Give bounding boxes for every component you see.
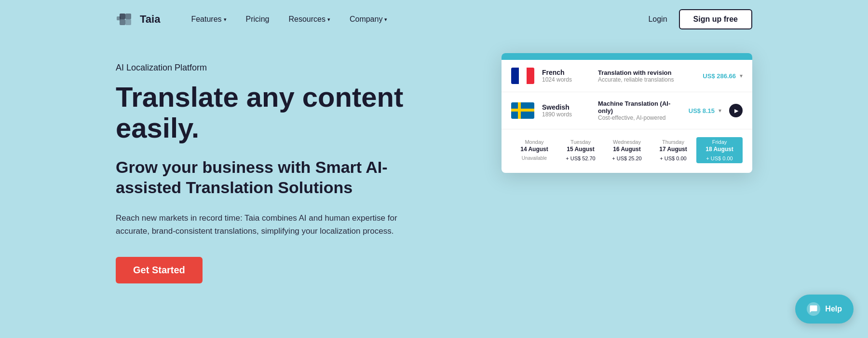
lang-name-swedish: Swedish xyxy=(542,103,590,111)
hero-section: AI Localization Platform Translate any c… xyxy=(0,39,868,338)
cal-day: Friday xyxy=(699,139,740,145)
cal-day: Wednesday xyxy=(607,139,647,145)
cal-col-monday[interactable]: Monday 14 August Unavailable xyxy=(511,137,557,163)
cal-date: 18 August xyxy=(699,146,740,153)
play-button[interactable]: ▶ xyxy=(729,104,743,117)
cal-date: 17 August xyxy=(653,146,693,153)
svg-rect-2 xyxy=(120,19,125,25)
chat-label: Help xyxy=(825,305,842,313)
lang-words-swedish: 1890 words xyxy=(542,111,590,118)
service-info-french: Translation with revision Accurate, reli… xyxy=(598,69,695,83)
svg-rect-4 xyxy=(117,16,121,20)
signup-button[interactable]: Sign up free xyxy=(679,9,752,29)
svg-rect-3 xyxy=(125,19,131,25)
calendar-grid: Monday 14 August Unavailable Tuesday 15 … xyxy=(511,137,743,163)
get-started-button[interactable]: Get Started xyxy=(116,257,203,283)
lang-info-french: French 1024 words xyxy=(542,69,590,83)
service-desc-swedish: Cost-effective, AI-powered xyxy=(598,114,681,121)
cal-col-thursday[interactable]: Thursday 17 August + US$ 0.00 xyxy=(650,137,696,163)
cal-price: + US$ 0.00 xyxy=(699,155,740,161)
logo-text: Taia xyxy=(140,13,160,26)
service-name-french: Translation with revision xyxy=(598,69,695,76)
cal-price: + US$ 0.00 xyxy=(653,155,693,161)
translation-row-swedish: Swedish 1890 words Machine Translation (… xyxy=(502,92,752,129)
chevron-down-icon: ▾ xyxy=(327,16,330,23)
ui-card-header xyxy=(502,53,752,60)
service-name-swedish: Machine Translation (AI-only) xyxy=(598,100,681,114)
nav-company[interactable]: Company ▾ xyxy=(342,11,395,28)
price-swedish: US$ 8.15 xyxy=(689,107,715,114)
cal-day: Monday xyxy=(514,139,555,145)
ui-card: French 1024 words Translation with revis… xyxy=(502,53,752,173)
flag-swedish xyxy=(511,102,534,119)
chevron-down-icon: ▾ xyxy=(224,16,227,23)
cal-date: 15 August xyxy=(560,146,601,153)
cal-date: 14 August xyxy=(514,146,555,153)
ui-card-body: French 1024 words Translation with revis… xyxy=(502,60,752,173)
cal-date: 16 August xyxy=(607,146,647,153)
nav-pricing[interactable]: Pricing xyxy=(238,11,277,28)
chat-widget[interactable]: Help xyxy=(795,295,854,324)
cal-day: Thursday xyxy=(653,139,693,145)
price-french: US$ 286.66 xyxy=(703,72,736,80)
nav-features[interactable]: Features ▾ xyxy=(183,11,234,28)
price-info-swedish: US$ 8.15 ▾ xyxy=(689,107,721,114)
flag-french xyxy=(511,68,534,84)
hero-description: Reach new markets in record time: Taia c… xyxy=(116,211,405,238)
hero-left: AI Localization Platform Translate any c… xyxy=(116,58,482,283)
cal-col-friday[interactable]: Friday 18 August + US$ 0.00 xyxy=(696,137,743,163)
hero-tag: AI Localization Platform xyxy=(116,63,482,73)
cal-status: Unavailable xyxy=(514,155,555,161)
translation-row-french: French 1024 words Translation with revis… xyxy=(502,60,752,92)
price-info-french: US$ 286.66 ▾ xyxy=(703,72,743,80)
lang-name-french: French xyxy=(542,69,590,76)
hero-title: Translate any content easily. xyxy=(116,82,463,143)
logo[interactable]: Taia xyxy=(116,10,160,29)
service-desc-french: Accurate, reliable translations xyxy=(598,76,695,83)
cal-col-wednesday[interactable]: Wednesday 16 August + US$ 25.20 xyxy=(604,137,650,163)
lang-words-french: 1024 words xyxy=(542,76,590,83)
svg-rect-1 xyxy=(125,14,131,19)
chevron-down-icon[interactable]: ▾ xyxy=(719,107,721,114)
login-button[interactable]: Login xyxy=(648,15,667,24)
nav-right: Login Sign up free xyxy=(648,9,752,29)
cal-price: + US$ 25.20 xyxy=(607,155,647,161)
nav-links: Features ▾ Pricing Resources ▾ Company ▾ xyxy=(183,11,648,28)
calendar-section: Monday 14 August Unavailable Tuesday 15 … xyxy=(502,129,752,173)
service-info-swedish: Machine Translation (AI-only) Cost-effec… xyxy=(598,100,681,121)
cal-day: Tuesday xyxy=(560,139,601,145)
hero-subtitle: Grow your business with Smart AI-assiste… xyxy=(116,157,444,198)
hero-right: French 1024 words Translation with revis… xyxy=(502,58,752,173)
cal-col-tuesday[interactable]: Tuesday 15 August + US$ 52.70 xyxy=(557,137,604,163)
chevron-down-icon[interactable]: ▾ xyxy=(740,72,743,79)
chat-icon xyxy=(807,302,820,316)
nav-resources[interactable]: Resources ▾ xyxy=(281,11,338,28)
logo-icon xyxy=(116,10,135,29)
navbar: Taia Features ▾ Pricing Resources ▾ Comp… xyxy=(0,0,868,39)
lang-info-swedish: Swedish 1890 words xyxy=(542,103,590,118)
cal-price: + US$ 52.70 xyxy=(560,155,601,161)
chevron-down-icon: ▾ xyxy=(384,16,387,23)
